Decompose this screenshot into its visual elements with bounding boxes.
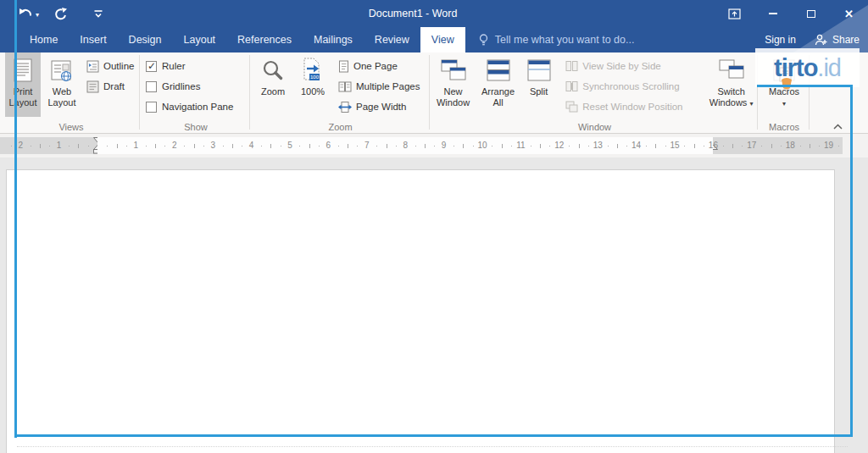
group-label-zoom: Zoom (253, 122, 427, 132)
faint-dotted-line (17, 446, 848, 447)
ruler-tick (184, 146, 185, 146)
horizontal-ruler: 2112345678910111213141516171819 (0, 137, 843, 154)
ruler-tick (655, 144, 656, 148)
ruler-row: 2112345678910111213141516171819 (0, 134, 868, 157)
new-window-button[interactable]: New Window (432, 52, 474, 117)
multiple-pages-button[interactable]: Multiple Pages (338, 76, 420, 97)
undo-dropdown-icon[interactable]: ▾ (36, 11, 39, 19)
reset-window-position-button[interactable]: Reset Window Position (565, 97, 697, 117)
ruler-tick (223, 146, 224, 146)
zoom-100-button[interactable]: 100 100% (294, 52, 331, 117)
ribbon-view-tab-panel: Print Layout (0, 52, 868, 134)
ruler-tick (387, 144, 387, 148)
ruler-tick (88, 146, 89, 146)
navigation-pane-checkbox-label: Navigation Pane (162, 102, 233, 112)
outline-button[interactable]: Outline (86, 56, 134, 76)
ruler-tick (40, 144, 41, 148)
ruler-number: 7 (364, 140, 370, 152)
ruler-tick (203, 146, 204, 146)
ruler-tick (704, 146, 704, 146)
ruler-tick (232, 144, 233, 148)
split-button[interactable]: Split (522, 52, 555, 117)
tab-view[interactable]: View (420, 27, 465, 52)
undo-button[interactable]: ▾ (19, 0, 39, 27)
draft-button[interactable]: Draft (86, 76, 134, 97)
ruler-number: 9 (442, 140, 447, 152)
ruler-checkbox-label: Ruler (162, 61, 185, 71)
ribbon-display-options-icon (728, 8, 741, 19)
ribbon-display-options-button[interactable] (715, 0, 754, 27)
ruler-number: 6 (326, 140, 331, 152)
ruler-checkbox-row[interactable]: Ruler (146, 56, 248, 76)
maximize-button[interactable] (792, 0, 830, 27)
tab-insert[interactable]: Insert (69, 27, 117, 52)
navigation-pane-checkbox-row[interactable]: Navigation Pane (146, 97, 248, 117)
print-layout-button[interactable]: Print Layout (5, 52, 41, 117)
ruler-number: 1 (134, 140, 139, 152)
highlight-border-right (850, 85, 853, 437)
arrange-all-button[interactable]: Arrange All (476, 52, 520, 117)
ruler-number: 12 (554, 140, 564, 152)
view-side-by-side-button[interactable]: View Side by Side (565, 56, 697, 76)
ruler-tick (69, 146, 70, 146)
ruler-tick (126, 146, 127, 146)
reset-window-position-label: Reset Window Position (582, 102, 682, 112)
gridlines-checkbox-label: Gridlines (162, 81, 200, 91)
split-icon (527, 56, 551, 85)
group-separator (139, 55, 140, 130)
new-window-label: New Window (432, 86, 474, 108)
ruler-number: 13 (593, 140, 603, 152)
zoom-button[interactable]: Zoom (253, 52, 292, 117)
page-width-button[interactable]: Page Width (338, 97, 420, 117)
tab-home[interactable]: Home (19, 27, 69, 52)
sign-in-button[interactable]: Sign in (765, 34, 796, 46)
ruler-tick (819, 146, 820, 146)
ruler-tick (78, 144, 79, 148)
ruler-tick (434, 146, 435, 146)
ruler-number: 8 (403, 140, 408, 152)
switch-windows-button[interactable]: Switch Windows ▾ (705, 52, 757, 117)
synchronous-scrolling-button[interactable]: Synchronous Scrolling (565, 76, 697, 97)
new-window-icon (441, 56, 466, 85)
navigation-pane-checkbox[interactable] (146, 102, 157, 113)
group-label-window: Window (432, 122, 757, 132)
redo-icon (54, 8, 68, 20)
customize-quick-access-button[interactable] (93, 0, 103, 27)
gridlines-checkbox[interactable] (146, 81, 157, 92)
ruler-tick (299, 146, 300, 146)
tab-references[interactable]: References (226, 27, 303, 52)
ruler-number: 15 (670, 140, 679, 152)
one-page-button[interactable]: One Page (338, 56, 420, 76)
web-layout-icon (51, 56, 73, 85)
document-title: Document1 - Word (369, 0, 458, 27)
tab-design[interactable]: Design (118, 27, 173, 52)
minimize-icon (769, 13, 777, 14)
tell-me-box[interactable]: Tell me what you want to do... (479, 27, 635, 52)
multiple-pages-label: Multiple Pages (356, 81, 420, 91)
tab-review[interactable]: Review (364, 27, 420, 52)
ruler-tick (348, 144, 348, 148)
tab-layout[interactable]: Layout (173, 27, 227, 52)
tab-mailings[interactable]: Mailings (303, 27, 364, 52)
group-show: Ruler Gridlines Navigation Pane Show (144, 52, 248, 133)
reset-window-position-icon (565, 101, 578, 113)
document-page[interactable] (6, 169, 835, 453)
document-area (0, 157, 868, 453)
customize-quick-access-icon (93, 9, 103, 19)
ruler-tick (781, 146, 782, 146)
collapse-ribbon-button[interactable] (827, 120, 848, 132)
ruler-number: 5 (287, 140, 292, 152)
ruler-number: 17 (747, 140, 756, 152)
ruler-checkbox[interactable] (146, 61, 157, 72)
ruler-number: 4 (249, 140, 254, 152)
group-label-views: Views (5, 122, 137, 132)
minimize-button[interactable] (754, 0, 792, 27)
web-layout-button[interactable]: Web Layout (42, 52, 81, 117)
switch-windows-dropdown-icon: ▾ (749, 100, 753, 108)
group-separator (249, 55, 250, 130)
ruler-tick (761, 146, 762, 146)
gridlines-checkbox-row[interactable]: Gridlines (146, 76, 248, 97)
ruler-tick (117, 144, 118, 148)
ruler-tick (396, 146, 397, 146)
redo-button[interactable] (54, 0, 68, 27)
